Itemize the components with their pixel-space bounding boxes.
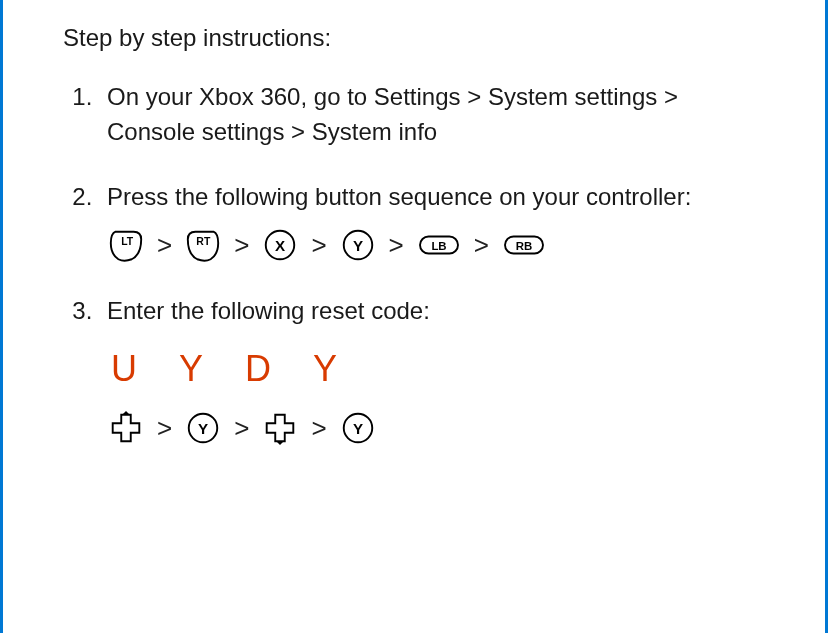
lb-bumper-icon: LB [416, 226, 462, 264]
svg-marker-10 [122, 411, 130, 415]
heading: Step by step instructions: [63, 24, 765, 52]
chevron-icon: > [472, 232, 491, 258]
code-letter: Y [179, 343, 205, 395]
step-2: Press the following button sequence on y… [99, 180, 765, 265]
svg-text:LB: LB [431, 240, 446, 252]
button-sequence: LT > RT > X [107, 226, 765, 264]
step-1: On your Xbox 360, go to Settings > Syste… [99, 80, 765, 150]
svg-text:RT: RT [197, 236, 212, 247]
y-button-icon: Y [184, 409, 222, 447]
rb-bumper-icon: RB [501, 226, 547, 264]
code-letter: Y [313, 343, 339, 395]
reset-code-letters: U Y D Y [107, 343, 765, 395]
lt-trigger-icon: LT [107, 226, 145, 264]
svg-text:LT: LT [121, 236, 134, 247]
y-button-icon: Y [339, 226, 377, 264]
rt-trigger-icon: RT [184, 226, 222, 264]
instructions-list: On your Xbox 360, go to Settings > Syste… [63, 80, 765, 447]
dpad-up-icon [107, 409, 145, 447]
svg-marker-13 [277, 442, 285, 446]
step-1-text: On your Xbox 360, go to Settings > Syste… [107, 83, 678, 145]
y-button-icon: Y [339, 409, 377, 447]
step-2-text: Press the following button sequence on y… [107, 183, 691, 210]
step-3: Enter the following reset code: U Y D Y … [99, 294, 765, 447]
chevron-icon: > [309, 232, 328, 258]
svg-text:Y: Y [352, 420, 362, 437]
code-letter: D [245, 343, 273, 395]
svg-text:Y: Y [198, 420, 208, 437]
dpad-down-icon [261, 409, 299, 447]
code-letter: U [111, 343, 139, 395]
chevron-icon: > [232, 232, 251, 258]
step-3-text: Enter the following reset code: [107, 297, 430, 324]
chevron-icon: > [309, 415, 328, 441]
x-button-icon: X [261, 226, 299, 264]
chevron-icon: > [155, 232, 174, 258]
svg-text:X: X [275, 237, 285, 254]
reset-code-sequence: > Y > > [107, 409, 765, 447]
chevron-icon: > [387, 232, 406, 258]
chevron-icon: > [232, 415, 251, 441]
chevron-icon: > [155, 415, 174, 441]
svg-text:Y: Y [352, 237, 362, 254]
svg-text:RB: RB [516, 240, 532, 252]
instructions-card: Step by step instructions: On your Xbox … [0, 0, 828, 633]
